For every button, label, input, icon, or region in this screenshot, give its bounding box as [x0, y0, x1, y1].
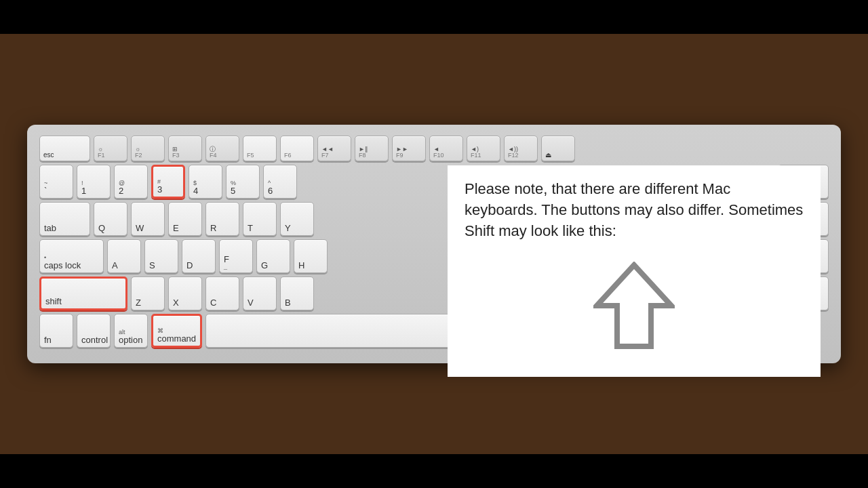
key-f7[interactable]: ◄◄ F7 [317, 136, 351, 161]
key-label: B [285, 298, 291, 307]
key-esc[interactable]: esc [39, 136, 90, 161]
key-f12[interactable]: ◄)) F12 [504, 136, 538, 161]
key-e[interactable]: E [168, 202, 202, 236]
key-b[interactable]: B [280, 277, 314, 310]
key-a[interactable]: A [107, 239, 141, 273]
key-f[interactable]: F _ [219, 239, 253, 273]
key-label: E [173, 224, 179, 232]
key-label: V [248, 298, 254, 307]
key-s[interactable]: S [144, 239, 178, 273]
key-shift-left[interactable]: shift [39, 277, 127, 310]
key-v[interactable]: V [243, 277, 277, 310]
key-z[interactable]: Z [131, 277, 165, 310]
key-f3[interactable]: ⊞ F3 [168, 136, 202, 161]
key-x[interactable]: X [168, 277, 202, 310]
key-sublabel: 3 [157, 185, 162, 194]
key-c[interactable]: C [205, 277, 239, 310]
key-w[interactable]: W [131, 202, 165, 236]
key-sublabel: F7 [321, 152, 329, 159]
key-label: X [173, 298, 179, 307]
key-label: command [157, 334, 196, 343]
key-h[interactable]: H [294, 239, 328, 273]
key-g[interactable]: G [256, 239, 290, 273]
key-sublabel: 5 [231, 186, 235, 195]
key-sublabel: 2 [119, 186, 123, 195]
fn-row: esc ☼ F1 ☼ F2 ⊞ F3 ⓘ F4 [39, 136, 829, 161]
shift-arrow-icon [593, 262, 675, 350]
key-label: H [298, 261, 304, 270]
key-f6[interactable]: F6 [280, 136, 314, 161]
key-sublabel: F1 [98, 152, 105, 159]
key-sublabel: F8 [359, 152, 366, 159]
key-sublabel: F6 [284, 152, 292, 159]
key-tilde[interactable]: ~ ` [39, 165, 73, 199]
key-option-left[interactable]: alt option [114, 314, 148, 348]
key-space[interactable] [205, 314, 456, 348]
svg-marker-0 [597, 265, 671, 346]
key-label: Q [98, 224, 105, 232]
key-label: tab [44, 224, 56, 232]
shift-arrow-container [465, 248, 804, 363]
key-label: S [149, 261, 155, 270]
key-control[interactable]: control [77, 314, 111, 348]
key-y[interactable]: Y [280, 202, 314, 236]
key-label: fn [44, 336, 52, 344]
key-d[interactable]: D [182, 239, 216, 273]
key-sublabel: F12 [508, 152, 519, 159]
key-caps-lock[interactable]: • caps lock [39, 239, 104, 273]
key-f1[interactable]: ☼ F1 [94, 136, 127, 161]
key-label: Y [285, 224, 291, 232]
key-sublabel: F11 [471, 152, 481, 159]
key-sublabel: ` [44, 186, 47, 195]
key-label: G [261, 261, 268, 270]
key-f11[interactable]: ◄) F11 [467, 136, 500, 161]
key-label: R [210, 224, 216, 232]
key-sublabel: 1 [81, 186, 86, 195]
key-label: C [210, 298, 216, 307]
key-sublabel: F3 [172, 152, 180, 159]
key-sublabel: 4 [193, 186, 198, 195]
key-sublabel: F4 [210, 152, 217, 159]
key-sublabel: F10 [433, 152, 444, 159]
key-2[interactable]: @ 2 [114, 165, 148, 199]
key-label: A [112, 261, 118, 270]
black-bar-bottom [0, 454, 868, 488]
key-f2[interactable]: ☼ F2 [131, 136, 165, 161]
key-command-left[interactable]: ⌘ command [151, 314, 202, 348]
key-sublabel: 6 [268, 186, 273, 195]
key-sub: _ [224, 264, 227, 270]
key-label: ⏏ [545, 152, 551, 159]
key-label: control [81, 336, 108, 344]
key-sublabel: F2 [135, 152, 142, 159]
info-overlay: Please note, that there are different Ma… [448, 165, 821, 377]
key-r[interactable]: R [205, 202, 239, 236]
key-label: W [136, 224, 144, 232]
key-f4[interactable]: ⓘ F4 [205, 136, 239, 161]
key-eject[interactable]: ⏏ [541, 136, 575, 161]
key-sublabel: F5 [247, 152, 254, 159]
key-3[interactable]: # 3 [151, 165, 185, 199]
key-label: option [119, 336, 142, 344]
black-bar-top [0, 0, 868, 34]
key-label: D [186, 261, 193, 270]
key-tab[interactable]: tab [39, 202, 90, 236]
key-6[interactable]: ^ 6 [263, 165, 297, 199]
key-f8[interactable]: ►‖ F8 [355, 136, 389, 161]
screen: Please note, that there are different Ma… [0, 0, 868, 488]
key-f5[interactable]: F5 [243, 136, 277, 161]
keyboard: Please note, that there are different Ma… [27, 125, 841, 363]
key-t[interactable]: T [243, 202, 277, 236]
key-fn[interactable]: fn [39, 314, 73, 348]
key-1[interactable]: ! 1 [77, 165, 111, 199]
key-label: caps lock [44, 261, 81, 270]
key-q[interactable]: Q [94, 202, 127, 236]
key-label: shift [45, 297, 62, 306]
key-5[interactable]: % 5 [226, 165, 260, 199]
info-text: Please note, that there are different Ma… [465, 179, 804, 241]
key-sublabel: F9 [396, 152, 403, 159]
key-f9[interactable]: ►► F9 [392, 136, 426, 161]
key-label: T [248, 224, 253, 232]
key-4[interactable]: $ 4 [189, 165, 222, 199]
key-label: Z [136, 298, 141, 307]
key-f10[interactable]: ◄ F10 [429, 136, 463, 161]
